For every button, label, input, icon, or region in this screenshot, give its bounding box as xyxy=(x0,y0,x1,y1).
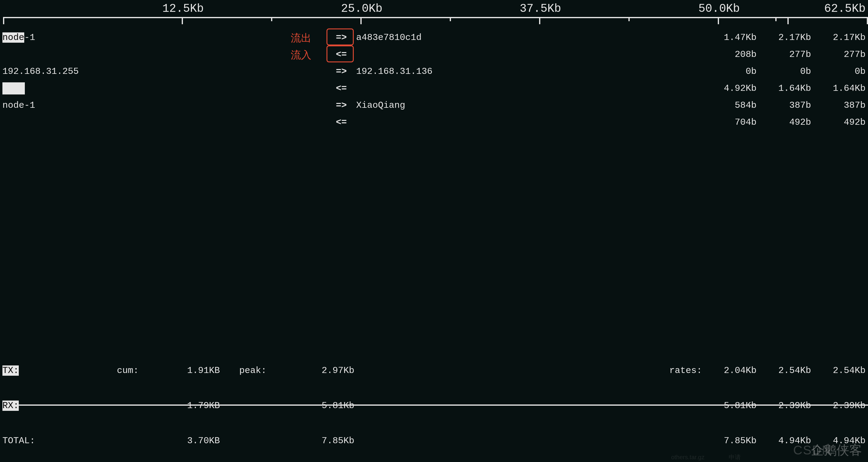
connection-row: node-1 => a483e7810c1d 1.47Kb 2.17Kb 2.1… xyxy=(2,29,866,46)
scale-tick-label: 12.5Kb xyxy=(162,3,204,14)
tx-rate-10s: 2.54Kb xyxy=(756,366,811,375)
summary-footer: TX: cum: 1.91KB peak: 2.97Kb rates: 2.04… xyxy=(2,344,866,458)
connection-row: <= 4.92Kb 1.64Kb 1.64Kb xyxy=(2,80,866,97)
total-label: TOTAL: xyxy=(2,436,48,446)
rx-rate-2s: 5.81Kb xyxy=(702,401,756,410)
source-host: node-1 xyxy=(2,33,330,42)
source-host: node-1 xyxy=(2,101,330,110)
scale-tick xyxy=(787,17,789,24)
scale-tick xyxy=(3,17,4,24)
scale-tick xyxy=(867,17,868,24)
annotation-box-in xyxy=(327,45,354,62)
rx-peak: 5.81Kb xyxy=(288,401,354,410)
rate-2s: 704b xyxy=(702,118,756,127)
tx-cum: 1.91KB xyxy=(159,366,220,375)
total-peak: 7.85Kb xyxy=(288,436,354,446)
tx-rate-2s: 2.04Kb xyxy=(702,366,756,375)
rate-10s: 2.17Kb xyxy=(756,33,811,42)
rx-cum: 1.79KB xyxy=(159,401,220,410)
scale-tick xyxy=(718,17,719,24)
scale-tick-label: 62.5Kb xyxy=(824,3,866,14)
connections-table: node-1 => a483e7810c1d 1.47Kb 2.17Kb 2.1… xyxy=(2,29,866,131)
rx-rate-40s: 2.39Kb xyxy=(811,401,866,410)
watermark-author: 企鹅侠客 xyxy=(811,444,862,457)
annotation-box-out xyxy=(327,29,354,45)
annotation-inflow: 流入 xyxy=(291,50,311,60)
annotation-outflow: 流出 xyxy=(291,33,311,43)
rate-40s: 492b xyxy=(811,118,866,127)
ghost-desktop-app: 申请 xyxy=(729,454,741,460)
rate-2s: 0b xyxy=(702,67,756,76)
rate-40s: 1.64Kb xyxy=(811,84,866,93)
scale-tick xyxy=(361,17,362,24)
tx-label: TX: xyxy=(2,365,19,376)
source-host: 192.168.31.255 xyxy=(2,67,330,76)
scale-axis xyxy=(3,17,868,18)
tx-peak: 2.97Kb xyxy=(288,366,354,375)
rx-label: RX: xyxy=(2,400,19,411)
connection-row: <= 208b 277b 277b xyxy=(2,46,866,63)
dest-host: a483e7810c1d xyxy=(353,33,514,42)
ghost-desktop-file: others.tar.gz xyxy=(671,454,705,460)
arrow-in-icon: <= xyxy=(330,84,353,93)
scale-tick xyxy=(628,17,630,21)
total-rate-2s: 7.85Kb xyxy=(702,436,756,446)
scale-tick xyxy=(182,17,183,24)
rate-40s: 277b xyxy=(811,50,866,59)
footer-row-total: TOTAL: 3.70KB 7.85Kb 7.85Kb 4.94Kb 4.94K… xyxy=(2,432,866,449)
rates-label: rates: xyxy=(654,366,702,375)
rate-10s: 277b xyxy=(756,50,811,59)
arrow-in-icon: <= xyxy=(330,118,353,127)
cum-label: cum: xyxy=(117,366,159,375)
scale-tick-label: 37.5Kb xyxy=(520,3,561,14)
footer-row-rx: RX: 1.79KB 5.81Kb 5.81Kb 2.39Kb 2.39Kb xyxy=(2,397,866,414)
arrow-out-icon: => xyxy=(330,67,353,76)
rate-40s: 0b xyxy=(811,67,866,76)
iftop-screen: { "scale": { "ticks": ["12.5Kb", "25.0Kb… xyxy=(0,0,868,462)
dest-host: 192.168.31.136 xyxy=(353,67,514,76)
rate-40s: 2.17Kb xyxy=(811,33,866,42)
rate-2s: 4.92Kb xyxy=(702,84,756,93)
rate-2s: 584b xyxy=(702,101,756,110)
scale-tick xyxy=(775,17,777,21)
scale-tick-label: 25.0Kb xyxy=(341,3,382,14)
scale-tick xyxy=(450,17,451,21)
cursor-block xyxy=(2,82,25,95)
rx-rate-10s: 2.39Kb xyxy=(756,401,811,410)
arrow-out-icon: => xyxy=(330,101,353,110)
scale-tick-label: 50.0Kb xyxy=(699,3,740,14)
rate-2s: 208b xyxy=(702,50,756,59)
rate-10s: 1.64Kb xyxy=(756,84,811,93)
scale-tick xyxy=(271,17,272,21)
peak-label: peak: xyxy=(239,366,288,375)
rate-2s: 1.47Kb xyxy=(702,33,756,42)
connection-row: node-1 => XiaoQiang 584b 387b 387b xyxy=(2,97,866,114)
rate-10s: 387b xyxy=(756,101,811,110)
rate-10s: 0b xyxy=(756,67,811,76)
footer-row-tx: TX: cum: 1.91KB peak: 2.97Kb rates: 2.04… xyxy=(2,362,866,379)
rate-10s: 492b xyxy=(756,118,811,127)
connection-row: 192.168.31.255 => 192.168.31.136 0b 0b 0… xyxy=(2,63,866,80)
connection-row: <= 704b 492b 492b xyxy=(2,114,866,131)
source-host-highlight: node xyxy=(2,32,24,43)
dest-host: XiaoQiang xyxy=(353,101,514,110)
scale-tick xyxy=(539,17,540,24)
rate-40s: 387b xyxy=(811,101,866,110)
tx-rate-40s: 2.54Kb xyxy=(811,366,866,375)
total-cum: 3.70KB xyxy=(159,436,220,446)
